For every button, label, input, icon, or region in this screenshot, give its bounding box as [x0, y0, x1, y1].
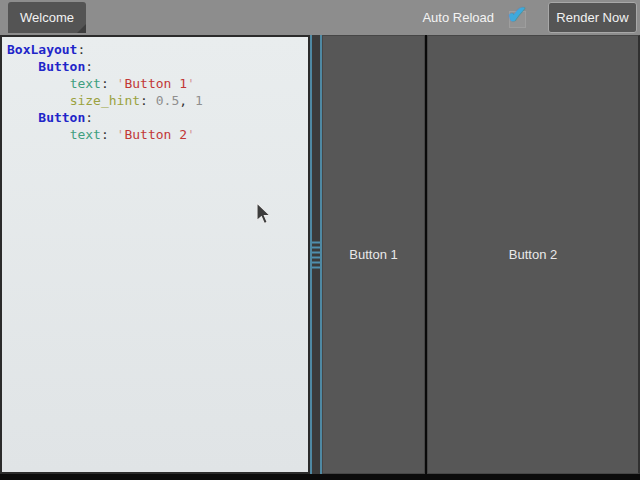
checkmark-icon: ✔	[507, 0, 527, 30]
render-now-label: Render Now	[556, 10, 628, 25]
code-line: Button:	[7, 58, 308, 75]
preview-button-1-label: Button 1	[349, 247, 397, 262]
preview-button-1[interactable]: Button 1	[322, 35, 425, 474]
tab-fold-decoration	[77, 24, 86, 33]
main-area: BoxLayout: Button: text: 'Button 1' size…	[0, 35, 640, 474]
auto-reload-checkbox[interactable]: ✔	[506, 3, 534, 33]
toolbar: Welcome Auto Reload ✔ Render Now	[0, 0, 640, 35]
preview-button-2-label: Button 2	[509, 247, 557, 262]
preview-button-2[interactable]: Button 2	[427, 35, 640, 474]
code-line: text: 'Button 2'	[7, 126, 308, 143]
auto-reload-label: Auto Reload	[422, 10, 494, 25]
app-window: { "topbar": { "welcome_tab_label": "Welc…	[0, 0, 640, 480]
code-line: size_hint: 0.5, 1	[7, 92, 308, 109]
tab-welcome-label: Welcome	[20, 10, 74, 25]
window-bottom-edge	[0, 474, 640, 480]
code-line: text: 'Button 1'	[7, 75, 308, 92]
code-editor[interactable]: BoxLayout: Button: text: 'Button 1' size…	[0, 35, 310, 474]
splitter[interactable]	[310, 35, 322, 474]
tab-welcome[interactable]: Welcome	[8, 2, 86, 33]
code-line: BoxLayout:	[7, 41, 308, 58]
render-now-button[interactable]: Render Now	[548, 2, 637, 33]
code-line: Button:	[7, 109, 308, 126]
splitter-grip-icon	[312, 241, 320, 268]
